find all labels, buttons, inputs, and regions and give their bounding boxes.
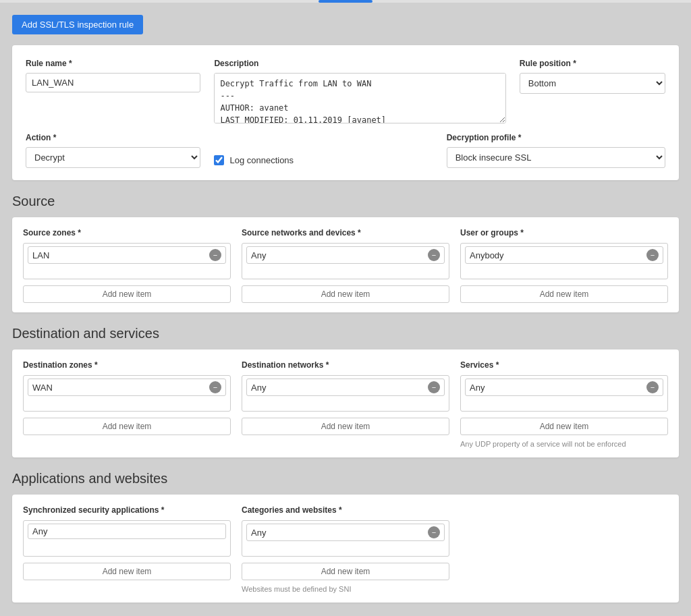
categories-box: Any −: [242, 520, 449, 557]
sync-security-add-button[interactable]: Add new item: [23, 563, 231, 580]
source-zones-label: Source zones *: [23, 228, 231, 237]
action-label: Action *: [26, 133, 200, 142]
services-item-any: Any −: [465, 379, 663, 396]
sync-security-item-any: Any: [28, 524, 226, 539]
dest-zones-item-wan: WAN −: [28, 379, 226, 396]
source-networks-add-button[interactable]: Add new item: [242, 285, 449, 303]
destination-fields-card: Destination zones * WAN − Add new item D…: [12, 349, 679, 457]
source-networks-box: Any −: [242, 243, 449, 279]
source-networks-group: Source networks and devices * Any − Add …: [242, 228, 449, 303]
applications-fields-row: Synchronized security applications * Any…: [23, 505, 668, 593]
source-networks-item-remove[interactable]: −: [428, 249, 440, 261]
top-bar: Add SSL/TLS inspection rule: [0, 3, 691, 43]
services-item-remove[interactable]: −: [646, 381, 659, 393]
source-fields-card: Source zones * LAN − Add new item Source…: [12, 217, 679, 312]
decryption-profile-label: Decryption profile *: [447, 133, 665, 142]
description-group: Description Decrypt Traffic from LAN to …: [214, 59, 505, 123]
user-groups-item-anybody: Anybody −: [465, 246, 663, 264]
description-textarea[interactable]: Decrypt Traffic from LAN to WAN --- AUTH…: [214, 73, 505, 123]
dest-zones-group: Destination zones * WAN − Add new item: [23, 360, 231, 448]
page-wrapper: Add SSL/TLS inspection rule Rule name * …: [0, 0, 691, 616]
source-zones-item-label: LAN: [32, 250, 49, 260]
source-section: Source Source zones * LAN − Add new item: [12, 191, 679, 312]
user-groups-item-remove[interactable]: −: [646, 249, 659, 261]
sync-security-label: Synchronized security applications *: [23, 505, 231, 515]
source-zones-box: LAN −: [23, 243, 231, 279]
source-zones-item-remove[interactable]: −: [209, 249, 221, 261]
services-group: Services * Any − Add new item Any UDP pr…: [460, 360, 668, 448]
log-connections-label[interactable]: Log connections: [229, 155, 294, 165]
dest-zones-label: Destination zones *: [23, 360, 231, 370]
services-label: Services *: [460, 360, 668, 370]
services-add-button[interactable]: Add new item: [460, 418, 668, 435]
form-row-2: Action * Decrypt Don't decrypt Log conne…: [26, 133, 665, 168]
decryption-profile-select[interactable]: Block insecure SSL None: [447, 147, 665, 168]
add-rule-button[interactable]: Add SSL/TLS inspection rule: [12, 15, 143, 34]
applications-title: Applications and websites: [12, 471, 679, 486]
categories-label: Categories and websites *: [242, 505, 449, 515]
destination-section: Destination and services Destination zon…: [12, 323, 679, 457]
source-networks-item-any: Any −: [246, 246, 445, 264]
source-zones-add-button[interactable]: Add new item: [23, 285, 231, 303]
rule-name-label: Rule name *: [26, 59, 200, 68]
dest-networks-box: Any −: [242, 375, 449, 412]
services-note: Any UDP property of a service will not b…: [460, 440, 668, 448]
applications-section: Applications and websites Synchronized s…: [12, 468, 679, 603]
categories-add-button[interactable]: Add new item: [242, 563, 449, 580]
description-label: Description: [214, 59, 505, 68]
log-connections-row: Log connections: [214, 155, 433, 165]
dest-networks-item-label: Any: [251, 383, 266, 393]
destination-fields-row: Destination zones * WAN − Add new item D…: [23, 360, 668, 448]
sync-security-group: Synchronized security applications * Any…: [23, 505, 231, 593]
dest-networks-add-button[interactable]: Add new item: [242, 418, 449, 435]
action-group: Action * Decrypt Don't decrypt: [26, 133, 200, 168]
applications-fields-card: Synchronized security applications * Any…: [12, 495, 679, 603]
user-groups-box: Anybody −: [460, 243, 668, 279]
source-zones-item-lan: LAN −: [28, 246, 226, 264]
source-title: Source: [12, 194, 679, 209]
services-item-label: Any: [470, 383, 485, 393]
form-row-1: Rule name * Description Decrypt Traffic …: [26, 59, 665, 123]
categories-item-remove[interactable]: −: [428, 526, 440, 538]
dest-networks-item-any: Any −: [246, 379, 445, 396]
user-groups-add-button[interactable]: Add new item: [460, 285, 668, 303]
categories-item-label: Any: [251, 528, 266, 538]
sync-security-item-label: Any: [32, 526, 47, 536]
services-box: Any −: [460, 375, 668, 412]
sync-security-box: Any: [23, 520, 231, 557]
decryption-profile-group: Decryption profile * Block insecure SSL …: [447, 133, 665, 168]
dest-zones-item-label: WAN: [32, 383, 53, 393]
source-networks-item-label: Any: [251, 250, 266, 260]
rule-name-group: Rule name *: [26, 59, 200, 92]
apps-spacer: [460, 505, 668, 593]
user-groups-item-label: Anybody: [470, 250, 504, 260]
user-groups-label: User or groups *: [460, 228, 668, 237]
dest-zones-box: WAN −: [23, 375, 231, 412]
log-connections-checkbox[interactable]: [214, 155, 224, 165]
rule-name-input[interactable]: [26, 73, 200, 92]
categories-note: Websites must be defined by SNI: [242, 585, 449, 593]
categories-group: Categories and websites * Any − Add new …: [242, 505, 449, 593]
source-networks-label: Source networks and devices *: [242, 228, 449, 237]
rule-position-label: Rule position *: [520, 59, 665, 68]
categories-item-any: Any −: [246, 524, 445, 541]
rule-position-group: Rule position * Top Bottom: [520, 59, 665, 94]
rule-form-card: Rule name * Description Decrypt Traffic …: [12, 45, 679, 180]
progress-bar: [0, 0, 691, 3]
action-select[interactable]: Decrypt Don't decrypt: [26, 147, 200, 168]
log-connections-group: Log connections: [214, 154, 433, 168]
dest-networks-label: Destination networks *: [242, 360, 449, 370]
main-content: Rule name * Description Decrypt Traffic …: [0, 43, 691, 616]
dest-networks-item-remove[interactable]: −: [428, 381, 440, 393]
source-zones-group: Source zones * LAN − Add new item: [23, 228, 231, 303]
dest-networks-group: Destination networks * Any − Add new ite…: [242, 360, 449, 448]
dest-zones-add-button[interactable]: Add new item: [23, 418, 231, 435]
user-groups-group: User or groups * Anybody − Add new item: [460, 228, 668, 303]
source-fields-row: Source zones * LAN − Add new item Source…: [23, 228, 668, 303]
dest-zones-item-remove[interactable]: −: [209, 381, 221, 393]
destination-title: Destination and services: [12, 326, 679, 341]
rule-position-select[interactable]: Top Bottom: [520, 73, 665, 94]
